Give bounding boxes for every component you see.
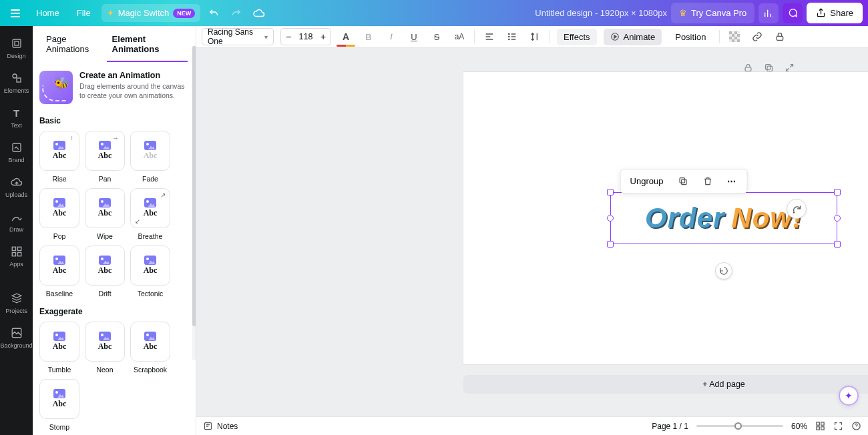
svg-rect-7 xyxy=(12,253,15,256)
animation-label: Pop xyxy=(53,232,66,240)
underline-button[interactable]: U xyxy=(406,29,422,45)
undo-button[interactable] xyxy=(204,4,223,23)
duplicate-page-icon[interactable] xyxy=(764,63,774,73)
file-link[interactable]: File xyxy=(70,3,97,23)
rail-label: Projects xyxy=(5,308,27,314)
bold-button[interactable]: B xyxy=(361,29,377,45)
help-button[interactable] xyxy=(851,421,861,431)
resize-handle-bottom-right[interactable] xyxy=(834,241,841,248)
animation-label: Wipe xyxy=(97,232,113,240)
tab-element-animations[interactable]: Element Animations xyxy=(107,26,188,62)
notes-label: Notes xyxy=(217,422,238,431)
try-pro-button[interactable]: ♛ Try Canva Pro xyxy=(671,3,754,23)
menu-button[interactable] xyxy=(5,4,25,23)
chevron-down-icon: ▾ xyxy=(264,33,268,41)
svg-rect-8 xyxy=(17,253,21,256)
page-indicator[interactable]: Page 1 / 1 xyxy=(652,422,688,431)
rail-label: Brand xyxy=(8,157,24,163)
assistant-fab[interactable]: ✦ xyxy=(839,386,859,406)
duplicate-button[interactable] xyxy=(671,172,694,190)
animation-tumble[interactable]: AbcTumble xyxy=(39,322,79,374)
increase-size-button[interactable]: + xyxy=(316,29,331,45)
italic-button[interactable]: I xyxy=(383,29,399,45)
delete-button[interactable] xyxy=(696,172,719,190)
zoom-slider[interactable] xyxy=(696,425,783,427)
svg-rect-27 xyxy=(681,179,686,185)
zoom-value[interactable]: 60% xyxy=(791,422,807,431)
link-button[interactable] xyxy=(749,29,765,45)
resize-handle-bottom-left[interactable] xyxy=(607,241,614,248)
animation-drift[interactable]: AbcDrift xyxy=(85,246,125,298)
decrease-size-button[interactable]: − xyxy=(281,29,296,45)
resize-handle-right[interactable] xyxy=(834,215,841,222)
rotate-handle[interactable] xyxy=(715,262,732,280)
rail-elements[interactable]: Elements xyxy=(0,66,33,101)
create-animation-title: Create an Animation xyxy=(79,71,189,80)
add-page-button[interactable]: + Add page xyxy=(463,375,868,394)
comment-button[interactable] xyxy=(783,3,803,23)
rail-draw[interactable]: Draw xyxy=(0,205,33,240)
rail-apps[interactable]: Apps xyxy=(0,240,33,274)
text-case-button[interactable]: aA xyxy=(451,29,467,45)
animation-breathe[interactable]: ↗↙AbcBreathe xyxy=(130,188,170,240)
home-link[interactable]: Home xyxy=(29,3,66,23)
cloud-sync-icon[interactable] xyxy=(250,4,268,23)
share-button[interactable]: Share xyxy=(807,3,863,23)
canvas-text[interactable]: Order Now! xyxy=(645,202,803,234)
rail-projects[interactable]: Projects xyxy=(0,286,33,321)
notes-button[interactable]: Notes xyxy=(203,421,238,431)
zoom-knob[interactable] xyxy=(734,422,742,430)
resize-handle-top-left[interactable] xyxy=(607,189,614,195)
tab-page-animations[interactable]: Page Animations xyxy=(41,26,107,62)
page-lock-icon[interactable] xyxy=(743,63,753,73)
more-button[interactable]: ⋯ xyxy=(720,172,744,190)
canvas-area[interactable]: Order Now! Ungroup ⋯ + Add xyxy=(196,48,868,435)
svg-rect-1 xyxy=(15,41,19,45)
magic-switch-button[interactable]: ✦ Magic Switch NEW xyxy=(101,4,201,22)
animation-tectonic[interactable]: AbcTectonic xyxy=(130,246,170,298)
animation-pan[interactable]: →AbcPan xyxy=(85,131,125,183)
rail-text[interactable]: TText xyxy=(0,101,33,135)
animation-pop[interactable]: AbcPop xyxy=(39,188,79,240)
animate-label: Animate xyxy=(624,32,656,42)
rail-uploads[interactable]: Uploads xyxy=(0,170,33,205)
text-color-button[interactable]: A xyxy=(338,29,354,45)
animation-stomp[interactable]: AbcStomp xyxy=(39,379,79,431)
animation-rise[interactable]: ↑AbcRise xyxy=(39,131,79,183)
animation-scrapbook[interactable]: AbcScrapbook xyxy=(130,322,170,374)
strikethrough-button[interactable]: S xyxy=(429,29,445,45)
animation-baseline[interactable]: AbcBaseline xyxy=(39,246,79,298)
rail-brand[interactable]: Brand xyxy=(0,135,33,170)
create-animation-card[interactable]: Create an Animation Drag elements around… xyxy=(33,63,196,112)
ungroup-button[interactable]: Ungroup xyxy=(624,172,670,190)
effects-button[interactable]: Effects xyxy=(557,29,597,45)
quick-action-button[interactable] xyxy=(787,199,807,219)
create-animation-thumb xyxy=(39,71,73,104)
document-title[interactable]: Untitled design - 1920px × 1080px xyxy=(535,8,667,18)
fullscreen-button[interactable] xyxy=(833,421,843,431)
rail-design[interactable]: Design xyxy=(0,31,33,66)
resize-handle-left[interactable] xyxy=(607,215,614,222)
selected-element[interactable]: Order Now! xyxy=(610,192,837,244)
analytics-button[interactable] xyxy=(758,3,779,23)
font-size-value[interactable]: 118 xyxy=(296,32,316,41)
animation-neon[interactable]: AbcNeon xyxy=(85,322,125,374)
align-button[interactable] xyxy=(481,29,497,45)
transparency-button[interactable] xyxy=(726,29,742,45)
font-select[interactable]: Racing Sans One ▾ xyxy=(202,28,274,45)
animation-fade[interactable]: AbcFade xyxy=(130,131,170,183)
animate-button[interactable]: Animate xyxy=(604,29,662,45)
position-button[interactable]: Position xyxy=(668,29,712,45)
lock-button[interactable] xyxy=(772,29,788,45)
grid-view-button[interactable] xyxy=(815,421,825,431)
resize-handle-top-right[interactable] xyxy=(834,189,841,195)
svg-rect-33 xyxy=(821,427,824,430)
canvas-page[interactable]: Order Now! xyxy=(463,72,868,364)
spacing-button[interactable] xyxy=(527,29,543,45)
animation-wipe[interactable]: AbcWipe xyxy=(85,188,125,240)
expand-page-icon[interactable] xyxy=(785,63,795,73)
rail-background[interactable]: Background xyxy=(0,321,33,356)
redo-button[interactable] xyxy=(227,4,246,23)
list-button[interactable] xyxy=(504,29,520,45)
text-toolbar: Racing Sans One ▾ − 118 + A B I U S aA E… xyxy=(196,26,868,48)
